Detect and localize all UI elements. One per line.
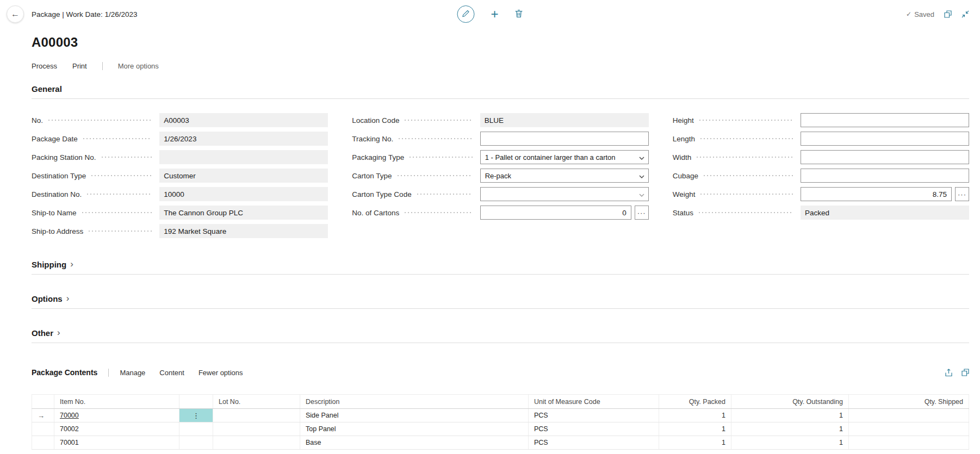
item-no-link[interactable]: 70000 <box>60 412 79 419</box>
description-cell[interactable]: Side Panel <box>300 409 529 422</box>
header-row-options <box>179 395 213 408</box>
packaging-type-value: 1 - Pallet or container larger than a ca… <box>485 153 616 161</box>
contents-menu-content[interactable]: Content <box>159 369 184 377</box>
other-section-header[interactable]: Other › <box>32 328 969 343</box>
no-of-cartons-input[interactable] <box>480 206 631 220</box>
delete-button[interactable] <box>515 9 523 20</box>
row-options-cell[interactable]: ⋮ <box>179 409 213 422</box>
field-label: Ship-to Name <box>32 209 77 217</box>
item-no-value: 70001 <box>60 439 79 446</box>
no-field[interactable]: A00003 <box>159 113 328 127</box>
qty-outstanding-cell[interactable]: 1 <box>731 436 849 449</box>
carton-type-select[interactable]: Re-pack <box>480 169 649 183</box>
row-options-cell <box>179 436 213 449</box>
general-section-header[interactable]: General <box>32 84 969 99</box>
qty-packed-cell[interactable]: 1 <box>659 422 731 436</box>
weight-input[interactable] <box>801 187 952 201</box>
carton-type-value: Re-pack <box>485 172 511 180</box>
header-qty-shipped[interactable]: Qty. Shipped <box>849 395 969 408</box>
header-description[interactable]: Description <box>300 395 529 408</box>
length-input[interactable] <box>801 132 969 146</box>
weight-assist-button[interactable]: ··· <box>955 187 969 201</box>
no-of-cartons-assist-button[interactable]: ··· <box>635 206 649 220</box>
header-gutter <box>32 395 54 408</box>
qty-packed-cell[interactable]: 1 <box>659 436 731 449</box>
uom-cell[interactable]: PCS <box>529 436 659 449</box>
uom-value: PCS <box>534 425 548 433</box>
dotted-leader <box>87 194 152 195</box>
uom-cell[interactable]: PCS <box>529 422 659 436</box>
contents-icons <box>945 369 969 377</box>
shipping-section-header[interactable]: Shipping › <box>32 260 969 275</box>
open-in-new-icon[interactable] <box>962 369 969 376</box>
collapse-window-icon[interactable] <box>962 10 969 18</box>
height-input[interactable] <box>801 113 969 127</box>
table-header-row: Item No. Lot No. Description Unit of Mea… <box>32 395 969 409</box>
field-carton-type-code: Carton Type Code <box>352 185 648 203</box>
destination-type-field[interactable]: Customer <box>159 169 328 183</box>
field-label: Destination Type <box>32 172 86 180</box>
other-section-title: Other <box>32 328 53 338</box>
breadcrumb[interactable]: Package | Work Date: 1/26/2023 <box>32 10 138 18</box>
field-label: Destination No. <box>32 190 82 198</box>
tracking-no-input[interactable] <box>480 132 649 146</box>
destination-no-field[interactable]: 10000 <box>159 187 328 201</box>
header-uom[interactable]: Unit of Measure Code <box>529 395 659 408</box>
menu-print[interactable]: Print <box>72 62 87 70</box>
uom-cell[interactable]: PCS <box>529 409 659 422</box>
lot-no-cell[interactable] <box>213 422 300 436</box>
contents-menu-fewer-options[interactable]: Fewer options <box>199 369 243 377</box>
options-section-header[interactable]: Options › <box>32 294 969 309</box>
field-carton-type: Carton Type Re-pack <box>352 166 648 185</box>
qty-packed-value: 1 <box>722 412 725 419</box>
contents-menu-manage[interactable]: Manage <box>120 369 145 377</box>
item-no-cell[interactable]: 70002 <box>54 422 179 436</box>
vertical-dots-icon: ⋮ <box>193 412 200 420</box>
field-cubage: Cubage <box>673 166 969 185</box>
header-item-no[interactable]: Item No. <box>54 395 179 408</box>
dotted-leader <box>91 175 152 176</box>
field-status: Status Packed <box>673 203 969 222</box>
edit-button[interactable] <box>457 5 474 23</box>
cubage-input[interactable] <box>801 169 969 183</box>
description-cell[interactable]: Top Panel <box>300 422 529 436</box>
page-actions: + <box>457 0 523 28</box>
item-no-cell[interactable]: 70000 <box>54 409 179 422</box>
field-label: No. of Cartons <box>352 209 399 217</box>
field-packaging-type: Packaging Type 1 - Pallet or container l… <box>352 148 648 166</box>
width-input[interactable] <box>801 150 969 164</box>
qty-packed-value: 1 <box>722 425 725 433</box>
new-button[interactable]: + <box>491 8 498 21</box>
package-date-field[interactable]: 1/26/2023 <box>159 132 328 146</box>
back-button[interactable]: ← <box>7 5 24 23</box>
ship-to-address-field[interactable]: 192 Market Square <box>159 224 328 238</box>
qty-outstanding-cell[interactable]: 1 <box>731 422 849 436</box>
description-value: Top Panel <box>306 425 336 433</box>
location-code-field[interactable]: BLUE <box>480 113 649 127</box>
lot-no-cell[interactable] <box>213 436 300 449</box>
lot-no-cell[interactable] <box>213 409 300 422</box>
share-icon[interactable] <box>945 369 953 377</box>
header-qty-outstanding[interactable]: Qty. Outstanding <box>731 395 849 408</box>
item-no-cell[interactable]: 70001 <box>54 436 179 449</box>
save-status: ✓ Saved <box>906 10 934 18</box>
qty-outstanding-cell[interactable]: 1 <box>731 409 849 422</box>
header-lot-no[interactable]: Lot No. <box>213 395 300 408</box>
qty-shipped-cell[interactable] <box>849 409 969 422</box>
packaging-type-select[interactable]: 1 - Pallet or container larger than a ca… <box>480 150 649 164</box>
packing-station-no-field[interactable] <box>159 150 328 164</box>
menu-process[interactable]: Process <box>32 62 57 70</box>
description-cell[interactable]: Base <box>300 436 529 449</box>
saved-check-icon: ✓ <box>906 10 911 18</box>
carton-type-code-combo[interactable] <box>480 187 649 201</box>
qty-shipped-cell[interactable] <box>849 436 969 449</box>
popout-window-icon[interactable] <box>944 10 952 18</box>
section-other: Other › <box>32 328 969 343</box>
qty-packed-cell[interactable]: 1 <box>659 409 731 422</box>
qty-shipped-cell[interactable] <box>849 422 969 436</box>
header-qty-packed[interactable]: Qty. Packed <box>659 395 731 408</box>
table-row: 70002 Top Panel PCS 1 1 <box>32 422 969 436</box>
menu-more-options[interactable]: More options <box>118 62 159 70</box>
ship-to-name-field[interactable]: The Cannon Group PLC <box>159 206 328 220</box>
topbar-right: ✓ Saved <box>906 10 969 18</box>
